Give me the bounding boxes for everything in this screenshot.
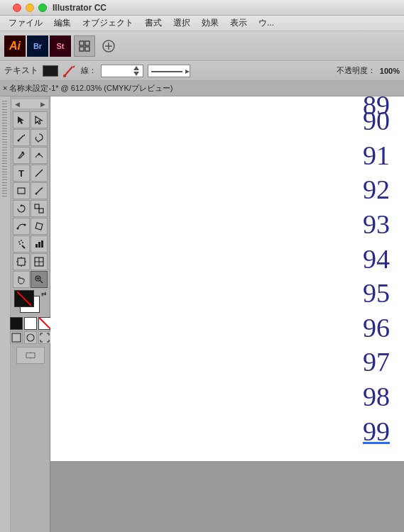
number-98: 98 — [363, 379, 390, 414]
stock-icon[interactable]: St — [50, 35, 71, 57]
menu-effect[interactable]: 効果 — [196, 16, 224, 31]
svg-marker-22 — [42, 187, 43, 189]
close-button[interactable] — [13, 4, 21, 12]
art-mode-button[interactable] — [24, 331, 37, 344]
menu-edit[interactable]: 編集 — [48, 16, 77, 31]
svg-point-33 — [22, 242, 23, 243]
color-swatches-main[interactable]: ⇄ — [14, 290, 47, 316]
tools-ruler-top: ◀ ▶ — [12, 99, 48, 109]
fullscreen-button[interactable] — [38, 331, 51, 344]
svg-rect-36 — [36, 244, 38, 248]
workspace-button[interactable] — [74, 35, 95, 57]
menu-object[interactable]: オブジェクト — [77, 16, 139, 31]
fill-color-box[interactable] — [43, 65, 58, 77]
stroke-spinner[interactable] — [133, 65, 140, 77]
number-92: 92 — [363, 172, 390, 207]
pen-tool-icon — [62, 64, 77, 78]
artboard-tool-button[interactable] — [13, 253, 30, 270]
number-90: 90 — [363, 104, 390, 138]
svg-point-28 — [17, 228, 19, 230]
scale-tool-button[interactable] — [31, 200, 48, 217]
svg-rect-38 — [41, 240, 43, 248]
canvas-area[interactable]: 89 90 91 92 93 94 95 96 97 98 99 100 — [50, 96, 404, 532]
menu-more[interactable]: ウ... — [253, 16, 280, 31]
stroke-swatch[interactable] — [24, 317, 37, 330]
svg-rect-2 — [80, 47, 84, 51]
svg-point-18 — [38, 153, 40, 155]
line-segment-button[interactable] — [31, 165, 48, 182]
screen-mode-button[interactable] — [98, 35, 119, 57]
fill-swatch[interactable] — [10, 317, 23, 330]
curvature-tool-button[interactable] — [31, 147, 48, 164]
canvas-pasteboard — [50, 461, 404, 532]
svg-rect-3 — [85, 47, 89, 51]
illustrator-icon[interactable]: Ai — [4, 35, 26, 57]
left-panel: |||||||||||||||||||||||||||||||||||| ◀ ▶ — [0, 96, 50, 532]
lasso-tool-button[interactable] — [31, 129, 48, 146]
slice-tool-button[interactable] — [31, 253, 48, 270]
type-tool-button[interactable]: T — [13, 165, 30, 182]
opacity-label: 不透明度： — [337, 65, 376, 76]
rect-pencil-row — [12, 182, 48, 199]
pen-tools-row — [12, 147, 48, 164]
zoom-tool-button[interactable] — [31, 271, 48, 288]
graph-tool-button[interactable] — [31, 235, 48, 253]
warp-distort-row — [12, 218, 48, 235]
svg-point-16 — [18, 140, 20, 142]
hand-zoom-row — [12, 271, 48, 288]
hand-tool-button[interactable] — [13, 271, 30, 288]
document-tab[interactable]: × 名称未設定-1* @ 612.03% (CMYK/プレビュー) — [3, 83, 173, 94]
number-97: 97 — [363, 345, 390, 379]
tab-bar: × 名称未設定-1* @ 612.03% (CMYK/プレビュー) — [0, 81, 404, 96]
artboard-slice-row — [12, 253, 48, 270]
minimize-button[interactable] — [26, 4, 34, 12]
number-93: 93 — [363, 207, 390, 242]
artboard-nav-button[interactable] — [16, 347, 45, 364]
foreground-color-swatch[interactable] — [14, 290, 34, 307]
view-mode-buttons — [10, 331, 51, 344]
svg-rect-30 — [36, 223, 43, 230]
warp-tool-button[interactable] — [13, 218, 30, 235]
ruler-right-arrow[interactable]: ▶ — [40, 101, 45, 108]
svg-point-34 — [19, 243, 21, 245]
type-line-row: T — [12, 165, 48, 182]
number-99: 99 — [363, 414, 390, 449]
svg-point-31 — [18, 241, 20, 243]
selection-tools-row — [12, 111, 48, 128]
svg-line-27 — [38, 208, 40, 209]
free-transform-button[interactable] — [31, 218, 48, 235]
rectangle-tool-button[interactable] — [13, 182, 30, 199]
direct-selection-tool-button[interactable] — [31, 111, 48, 128]
menu-bar: ファイル 編集 オブジェクト 書式 選択 効果 表示 ウ... — [0, 16, 404, 31]
svg-rect-51 — [12, 333, 21, 342]
normal-mode-button[interactable] — [10, 331, 23, 344]
none-swatch[interactable] — [38, 317, 51, 330]
menu-view[interactable]: 表示 — [224, 16, 253, 31]
rotate-tool-button[interactable] — [13, 200, 30, 217]
svg-point-23 — [36, 193, 38, 195]
svg-marker-10 — [133, 66, 139, 70]
maximize-button[interactable] — [38, 4, 47, 12]
selection-tool-button[interactable] — [13, 111, 30, 128]
swap-colors-icon[interactable]: ⇄ — [41, 290, 47, 297]
stroke-value-field[interactable] — [101, 65, 143, 77]
menu-type[interactable]: 書式 — [139, 16, 168, 31]
canvas-numbers: 90 91 92 93 94 95 96 97 98 99 — [363, 96, 390, 448]
pen-tool-button[interactable] — [13, 147, 30, 164]
pencil-tool-button[interactable] — [31, 182, 48, 199]
svg-rect-37 — [38, 242, 40, 248]
ruler-left-arrow[interactable]: ◀ — [15, 101, 20, 108]
menu-file[interactable]: ファイル — [3, 16, 48, 31]
color-mode-row — [10, 317, 51, 330]
app-icons-group: Ai Br St — [4, 35, 71, 57]
color-area: ⇄ — [12, 289, 48, 365]
svg-point-29 — [24, 224, 26, 226]
stroke-dropdown[interactable] — [148, 65, 190, 77]
bridge-icon[interactable]: Br — [27, 35, 48, 57]
options-bar: テキスト 線： 不透明度： 100% — [0, 61, 404, 81]
menu-select[interactable]: 選択 — [168, 16, 196, 31]
magic-wand-button[interactable] — [13, 129, 30, 146]
title-bar: Illustrator CC — [0, 0, 404, 16]
symbol-spray-button[interactable] — [13, 235, 30, 253]
number-94: 94 — [363, 242, 390, 277]
